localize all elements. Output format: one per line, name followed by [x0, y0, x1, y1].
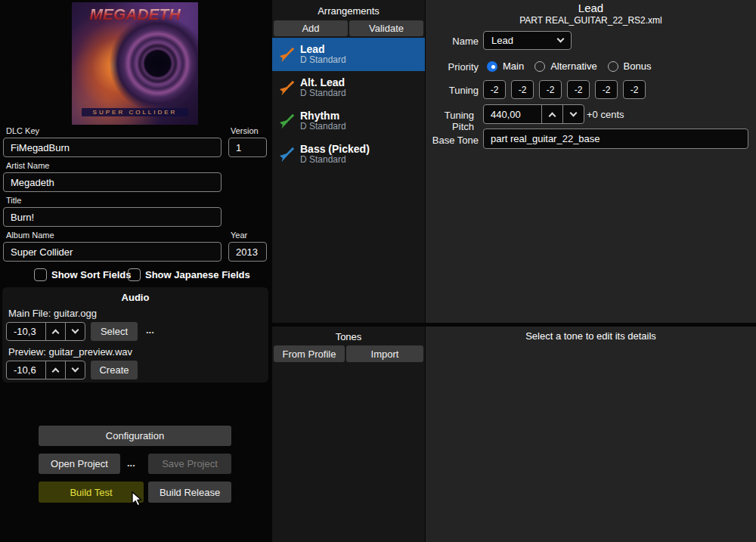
arrangement-item-rhythm[interactable]: Rhythm D Standard	[272, 104, 425, 138]
year-input[interactable]	[228, 242, 267, 262]
chevron-down-icon	[570, 109, 578, 116]
main-volume-up-button[interactable]	[45, 323, 65, 340]
details-subtitle: PART REAL_GUITAR_22_RS2.xml	[426, 15, 756, 26]
chevron-up-icon	[52, 330, 60, 337]
tone-details-panel: Select a tone to edit its details	[426, 327, 756, 542]
arrangements-title: Arrangements	[272, 5, 425, 17]
audio-create-button[interactable]: Create	[91, 361, 138, 379]
tuning-pitch-down-button[interactable]	[562, 105, 584, 123]
build-release-button[interactable]: Build Release	[148, 482, 231, 503]
tuning-string-input[interactable]: -2	[567, 80, 590, 99]
chevron-up-icon	[52, 368, 60, 376]
tones-panel: Tones From Profile Import	[272, 327, 425, 542]
show-sort-fields-checkbox[interactable]	[34, 268, 47, 281]
tones-from-profile-button[interactable]: From Profile	[274, 345, 345, 362]
arrangement-name: Alt. Lead	[300, 76, 346, 88]
tuning-string-input[interactable]: -2	[539, 80, 562, 99]
arrangement-name: Rhythm	[300, 110, 346, 122]
preview-volume-value[interactable]: -10,6	[7, 361, 45, 379]
tuning-pitch-label: Tuning Pitch	[421, 110, 474, 132]
main-volume-value[interactable]: -10,3	[7, 323, 45, 340]
arrangement-item-bass[interactable]: Bass (Picked) D Standard	[272, 138, 425, 171]
album-art-band-title: MEGADETH	[72, 5, 198, 23]
tuning-label: Tuning	[426, 85, 479, 96]
audio-main-file-text: Main File: guitar.ogg	[8, 308, 97, 319]
album-name-label: Album Name	[6, 231, 54, 240]
audio-select-button[interactable]: Select	[91, 322, 138, 341]
tuning-string-input[interactable]: -2	[595, 80, 618, 99]
show-japanese-fields-label: Show Japanese Fields	[145, 269, 250, 280]
priority-radio-main[interactable]	[487, 61, 497, 72]
album-art-caption: SUPER COLLIDER	[82, 108, 187, 116]
audio-main-ellipsis[interactable]: ...	[146, 324, 154, 336]
arrangement-name: Bass (Picked)	[300, 143, 370, 155]
preview-volume-up-button[interactable]	[45, 361, 65, 379]
show-sort-fields-label: Show Sort Fields	[51, 269, 131, 280]
chevron-up-icon	[549, 112, 556, 119]
main-volume-stepper[interactable]: -10,3	[6, 322, 85, 341]
artist-name-label: Artist Name	[6, 161, 49, 170]
album-art[interactable]: MEGADETH SUPER COLLIDER	[72, 2, 198, 125]
priority-label: Priority	[426, 61, 479, 73]
build-test-button[interactable]: Build Test	[39, 482, 144, 503]
mouse-cursor	[131, 491, 145, 506]
chevron-down-icon	[72, 365, 79, 373]
arrangement-tuning: D Standard	[300, 155, 370, 166]
dlc-key-input[interactable]	[3, 138, 222, 157]
dlc-key-label: DLC Key	[6, 126, 39, 135]
guitar-icon	[279, 80, 295, 96]
album-name-input[interactable]	[3, 242, 222, 262]
open-project-button[interactable]: Open Project	[39, 454, 120, 474]
priority-radio-alternative[interactable]	[534, 61, 545, 72]
arrangement-tuning: D Standard	[300, 88, 346, 99]
title-label: Title	[6, 196, 21, 205]
main-volume-down-button[interactable]	[65, 323, 85, 340]
tuning-pitch-value[interactable]: 440,00	[484, 105, 541, 123]
cents-text: +0 cents	[587, 109, 624, 120]
base-tone-label: Base Tone	[426, 135, 479, 146]
version-input[interactable]	[228, 138, 267, 157]
arrangements-panel: Arrangements Add Validate Lead D Standar…	[272, 0, 425, 323]
audio-panel: Audio Main File: guitar.ogg -10,3 Select…	[2, 287, 268, 382]
arrangement-item-alt-lead[interactable]: Alt. Lead D Standard	[272, 71, 425, 104]
tuning-string-input[interactable]: -2	[623, 80, 646, 99]
tuning-string-input[interactable]: -2	[511, 80, 534, 99]
title-input[interactable]	[3, 207, 222, 227]
arrangement-tuning: D Standard	[300, 122, 346, 132]
tones-import-button[interactable]: Import	[346, 345, 423, 362]
chevron-down-icon	[557, 36, 565, 43]
chevron-down-icon	[72, 327, 79, 334]
details-title: Lead	[426, 2, 756, 14]
tones-title: Tones	[272, 331, 425, 342]
guitar-icon	[279, 47, 295, 63]
version-label: Version	[231, 126, 259, 135]
arrangement-item-lead[interactable]: Lead D Standard	[272, 38, 425, 71]
audio-title: Audio	[2, 292, 268, 303]
base-tone-input[interactable]	[483, 129, 748, 149]
priority-alternative-label: Alternative	[550, 60, 596, 72]
preview-volume-down-button[interactable]	[65, 361, 85, 379]
tone-details-placeholder: Select a tone to edit its details	[426, 330, 756, 342]
guitar-icon	[279, 113, 295, 129]
arrangement-add-button[interactable]: Add	[274, 20, 348, 36]
show-japanese-fields-checkbox[interactable]	[128, 268, 141, 281]
tuning-string-group: -2 -2 -2 -2 -2 -2	[483, 80, 651, 99]
priority-radio-group: Main Alternative Bonus	[487, 60, 662, 72]
save-project-button[interactable]: Save Project	[148, 454, 231, 474]
project-ellipsis[interactable]: ...	[127, 457, 135, 469]
tuning-string-input[interactable]: -2	[483, 80, 506, 99]
priority-radio-bonus[interactable]	[608, 61, 618, 72]
arrangement-name: Lead	[300, 43, 346, 55]
preview-volume-stepper[interactable]: -10,6	[6, 361, 85, 379]
arrangement-details-panel: Lead PART REAL_GUITAR_22_RS2.xml Name Le…	[426, 0, 756, 323]
guitar-icon	[279, 147, 295, 163]
tuning-pitch-stepper[interactable]: 440,00	[483, 104, 584, 124]
audio-preview-file-text: Preview: guitar_preview.wav	[8, 346, 132, 358]
artist-name-input[interactable]	[3, 172, 222, 192]
tuning-pitch-up-button[interactable]	[541, 105, 562, 123]
arrangement-tuning: D Standard	[300, 55, 346, 66]
arrangement-validate-button[interactable]: Validate	[349, 20, 423, 36]
configuration-button[interactable]: Configuration	[39, 426, 231, 446]
name-dropdown[interactable]: Lead	[483, 31, 572, 50]
year-label: Year	[231, 231, 247, 240]
